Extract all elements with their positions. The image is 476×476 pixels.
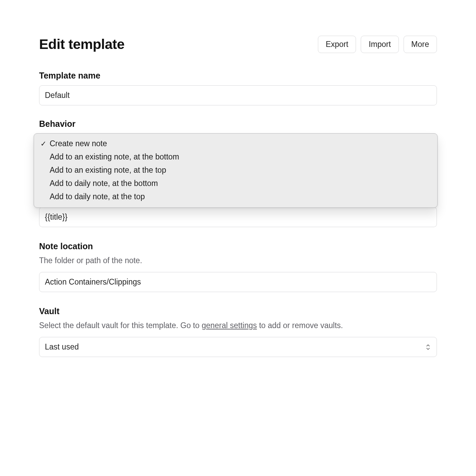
- behavior-option-label: Add to an existing note, at the top: [50, 166, 166, 175]
- vault-section: Vault Select the default vault for this …: [39, 306, 437, 357]
- check-icon: ✓: [40, 140, 47, 148]
- vault-helper-pre: Select the default vault for this templa…: [39, 321, 202, 330]
- note-location-helper: The folder or path of the note.: [39, 255, 437, 266]
- vault-helper: Select the default vault for this templa…: [39, 320, 437, 331]
- import-button[interactable]: Import: [361, 36, 398, 53]
- behavior-option-label: Add to an existing note, at the bottom: [50, 152, 179, 162]
- more-button[interactable]: More: [404, 36, 437, 53]
- behavior-option-label: Add to daily note, at the bottom: [50, 179, 158, 188]
- header-buttons: Export Import More: [318, 36, 437, 53]
- note-location-label: Note location: [39, 241, 437, 251]
- behavior-dropdown[interactable]: ✓ Create new note Add to an existing not…: [34, 133, 438, 208]
- behavior-section: Behavior ✓ Create new note Add to an exi…: [39, 119, 437, 154]
- behavior-option-0[interactable]: ✓ Create new note: [34, 137, 437, 150]
- template-name-label: Template name: [39, 71, 437, 81]
- note-name-input[interactable]: [39, 207, 437, 227]
- export-button[interactable]: Export: [318, 36, 356, 53]
- template-name-section: Template name: [39, 71, 437, 105]
- behavior-option-label: Create new note: [50, 139, 107, 148]
- behavior-option-label: Add to daily note, at the top: [50, 192, 145, 201]
- template-name-input[interactable]: [39, 85, 437, 105]
- header-row: Edit template Export Import More: [39, 36, 437, 53]
- chevron-up-down-icon: [425, 343, 431, 351]
- vault-label: Vault: [39, 306, 437, 316]
- behavior-option-3[interactable]: Add to daily note, at the bottom: [34, 177, 437, 190]
- vault-selected-value: Last used: [45, 342, 79, 352]
- behavior-label: Behavior: [39, 119, 437, 129]
- page-title: Edit template: [39, 36, 124, 52]
- behavior-option-2[interactable]: Add to an existing note, at the top: [34, 164, 437, 177]
- vault-helper-post: to add or remove vaults.: [257, 321, 343, 330]
- behavior-option-4[interactable]: Add to daily note, at the top: [34, 190, 437, 203]
- note-location-section: Note location The folder or path of the …: [39, 241, 437, 292]
- note-name-section: [39, 207, 437, 227]
- behavior-option-1[interactable]: Add to an existing note, at the bottom: [34, 150, 437, 164]
- vault-select[interactable]: Last used: [39, 337, 437, 357]
- note-location-input[interactable]: [39, 272, 437, 292]
- general-settings-link[interactable]: general settings: [202, 321, 257, 330]
